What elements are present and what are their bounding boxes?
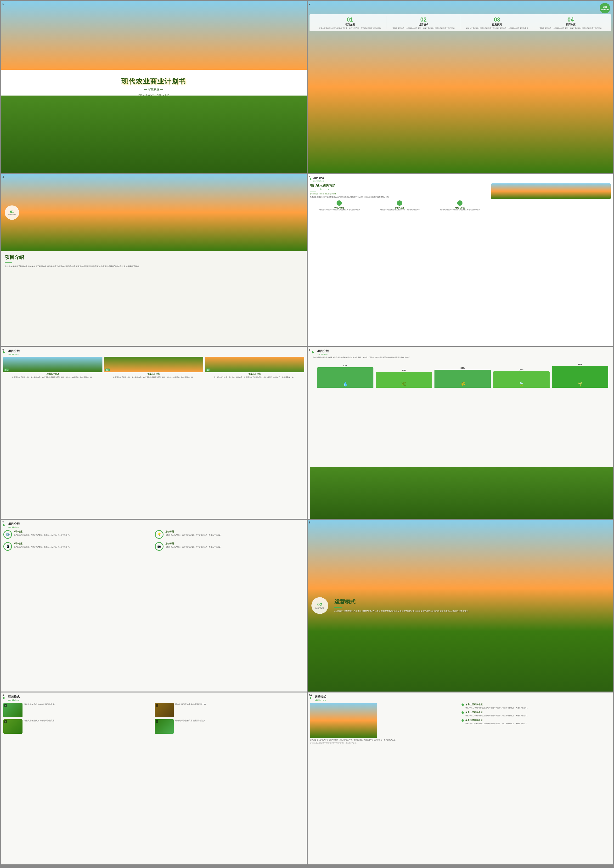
- slide5-img-1: 01: [3, 357, 102, 372]
- slide-number-6: 6: [309, 348, 310, 351]
- slide1-content: 现代农业商业计划书 — 智慧农业 — 汇报人: 道格办公 日期：x月x日: [1, 1, 307, 173]
- slide7-node-title-3: 添加标题: [14, 542, 71, 545]
- slide7-triangle-icon: [3, 524, 5, 526]
- slide3-container: 01 PART ONE 项目介绍 在此添加关键章节概述在此添加关键章节概述在此添…: [1, 174, 307, 346]
- slide6-triangle-icon: [312, 351, 314, 353]
- slide7-node-desc-2: 先告诉他人你的想法。再讲述你的解题。自下而上地思考，自上而下地表达。: [165, 534, 222, 536]
- slide6-img-bg: [310, 467, 613, 519]
- slide9-img-2: 2: [155, 703, 174, 717]
- slide10-item-desc-2: 请在此输入详细介绍的文字介绍内容简介和图示，表达富有的含义，表达富有的含义。: [465, 714, 529, 717]
- slide10-dot-3: [462, 719, 464, 722]
- slide6-bars: 92% 💧 76% 🌿 85% 🌾: [312, 361, 613, 388]
- slide10-img: [310, 703, 377, 738]
- slide8-circle: 02 PART TWO: [312, 597, 328, 614]
- slide-7: 7 项目介绍 add title here ⚙️: [1, 520, 307, 691]
- slide2-desc-3: 请输入文字内容，也可以粘贴相关文字，修改文字内容，也可以粘贴相关文字的字体: [460, 27, 533, 29]
- slide-4: 4 项目介绍 add title here 在此输入您的内容 b r o c h…: [308, 174, 613, 346]
- slide2-label-3: 盈利预测: [460, 23, 533, 26]
- slide4-icon-label-2: 请输入标题: [370, 207, 429, 209]
- slide-number-2: 2: [309, 2, 310, 5]
- slide3-top: 01 PART ONE: [1, 174, 307, 251]
- slide4-desc: 单击此处添加你的文本成着复制适合的内容粘贴到此以填充文本框，单击此处添加你的文本…: [310, 196, 489, 199]
- slide5-item-desc-2: 点击添加相关标题文字，修改文字内容，点击添加相关标题和图片文字，控制在200字以…: [104, 376, 203, 379]
- slide7-circle-2: 💡: [155, 530, 163, 539]
- slide4-icon-desc-3: 单击此处添加的文本复制粘贴相关文本框，单击此处添加的文本: [430, 209, 489, 211]
- slide2-label-2: 运营模式: [387, 23, 460, 26]
- slide4-icon-label-1: 请输入标题: [310, 207, 369, 209]
- slide5-title: 项目介绍: [8, 349, 20, 353]
- slide-8: 8 02 PART TWO 运营模式 在此添加关键章节概述在此添加关键章节概述在…: [308, 520, 613, 691]
- slide5-item-title-2: 标题文字添加: [104, 372, 203, 376]
- slide6-bar-5: 96% 🌱: [552, 363, 608, 388]
- slide10-list-item-2: 单击这里添加标题 请在此输入详细介绍的文字介绍内容简介和图示，表达富有的含义，表…: [462, 711, 611, 717]
- slide9-text-3: 请在此添加您的文本在此添加的文本: [24, 719, 153, 734]
- slide3-bottom: 项目介绍 在此添加关键章节概述在此添加关键章节概述在此添加关键章节概述在此添加关…: [1, 251, 307, 271]
- slide10-item-desc-3: 请在此输入详细介绍的文字介绍内容简介和图示，表达富有的含义，表达富有的含义。: [465, 722, 529, 725]
- slide-number-4: 4: [309, 175, 310, 178]
- slide4-triangle-icon: [310, 178, 312, 180]
- slide2-container: 目录 CONTENTS 01 项目介绍 请输入文字内容，也可以粘贴相关文字，修改…: [308, 1, 613, 173]
- slide7-node-desc-3: 先告诉他人你的想法。再讲述你的解题。自下而上地思考，自上而下地表达。: [14, 546, 71, 548]
- slide2-desc-2: 请输入文字内容，也可以粘贴相关文字，修改文字内容，也可以粘贴相关文字的字体: [387, 27, 460, 29]
- slide10-right: 单击这里添加标题 请在此输入详细介绍的文字介绍内容简介和图示，表达富有的含义，表…: [462, 703, 611, 738]
- slide6-desc: 单击此处添加你的文本成着复制适合的内容粘贴到此以填充文本框。单击此处添加的文本成…: [312, 356, 613, 359]
- slide4-icon-1: 请输入标题 单击此处添加你的文本复制粘贴相关文本框，单击此处添加的文本: [310, 200, 369, 211]
- slide9-item-3: 3 请在此添加您的文本在此添加的文本: [3, 719, 153, 734]
- slide7-node-desc-4: 先告诉他人你的想法。再讲述你的解题。自下而上地思考，自上而下地表达。: [165, 546, 222, 548]
- slide2-num-1: 01: [313, 16, 387, 23]
- slide6-bar-inner-5: 🌱: [552, 366, 608, 388]
- slide6-subtitle: add title here: [317, 353, 329, 356]
- slide5-triangle-icon: [3, 351, 5, 353]
- slide5-container: 项目介绍 add title here 01 标题文字添加 点击添加相关标题文字…: [1, 347, 307, 519]
- slide4-main-title: 在此输入您的内容: [310, 183, 489, 188]
- slide5-item-title-3: 标题文字添加: [205, 372, 304, 376]
- slide-number-8: 8: [309, 521, 310, 524]
- slide3-title-main: 项目介绍: [5, 254, 303, 261]
- slide10-item-title-2: 单击这里添加标题: [465, 711, 529, 714]
- slide5-col-3: 03 标题文字添加 点击添加相关标题文字，修改文字内容，点击添加相关标题和图片文…: [205, 357, 304, 379]
- slide5-item-desc-1: 点击添加相关标题文字，修改文字内容，点击添加相关标题和图片文字，控制在200字以…: [3, 376, 102, 379]
- slide4-body: 在此输入您的内容 b r o c h u r e green agricultu…: [310, 183, 611, 211]
- slide10-item-title-1: 单击这里添加标题: [465, 703, 529, 706]
- slide9-item-1: 1 请在此添加您的文本在此添加的文本: [3, 703, 153, 717]
- slide9-img-1: 1: [3, 703, 23, 717]
- slide2-num-4: 04: [534, 16, 607, 23]
- slide2-items: 01 项目介绍 请输入文字内容，也可以粘贴相关文字，修改文字内容，也可以粘贴相关…: [310, 14, 611, 31]
- slide9-triangle-icon: [3, 697, 5, 699]
- slide7-node-desc-1: 先告诉他人你的想法。再讲述你的解题。自下而上地思考，自上而下地表达。: [14, 534, 71, 536]
- slide7-grid: ⚙️ 添加标题 先告诉他人你的想法。再讲述你的解题。自下而上地思考，自上而下地表…: [3, 530, 304, 552]
- slide8-line: [334, 607, 341, 608]
- slide4-header: 项目介绍 add title here: [310, 176, 611, 182]
- slide6-bar-3: 85% 🌾: [434, 367, 491, 388]
- slide9-grid: 1 请在此添加您的文本在此添加的文本 2 请在此添加您的文本在此添加的文本: [3, 703, 304, 734]
- slide4-section-subtitle: add title here: [313, 180, 324, 182]
- slide7-node-title-4: 添加标题: [165, 542, 222, 545]
- slide6-bar-inner-2: 🌿: [376, 372, 432, 388]
- slide5-img-3: 03: [205, 357, 304, 372]
- slide-9: 9 运营模式 add title here 1 请在此添加您的文本在此添加的文本: [1, 693, 307, 865]
- slide7-node-title-1: 添加标题: [14, 530, 71, 533]
- slide4-right: [491, 183, 611, 211]
- slide2-item-1: 01 项目介绍 请输入文字内容，也可以粘贴相关文字，修改文字内容，也可以粘贴相关…: [313, 16, 387, 29]
- slide4-icon-2: 请输入标题 单击此处添加的文本复制粘贴相关文本框，单击此处添加的文本: [370, 200, 429, 211]
- slide4-icon-label-3: 请输入标题: [430, 207, 489, 209]
- slide9-subtitle: add title here: [8, 699, 20, 701]
- slide-1: 1 现代农业商业计划书 — 智慧农业 — 汇报人: 道格办公 日期：x月x日: [1, 1, 307, 173]
- slide8-section-title: 运营模式: [334, 598, 611, 605]
- slide-3: 3 01 PART ONE 项目介绍 在此添加关键章节概述在此添加关键章节概述在…: [1, 174, 307, 346]
- slide6-bar-1: 92% 💧: [317, 365, 374, 388]
- slide9-title: 运营模式: [8, 695, 20, 699]
- slide4-left: 在此输入您的内容 b r o c h u r e green agricultu…: [310, 183, 489, 211]
- slide5-item-title-1: 标题文字添加: [3, 372, 102, 376]
- slide10-dot-1: [462, 703, 464, 706]
- slide7-subtitle: add title here: [8, 526, 20, 528]
- slide2-item-4: 04 招商政策 请输入文字内容，也可以粘贴相关文字，修改文字内容，也可以粘贴相关…: [534, 16, 607, 29]
- slide2-label-4: 招商政策: [534, 23, 607, 26]
- slide5-images: 01 标题文字添加 点击添加相关标题文字，修改文字内容，点击添加相关标题和图片文…: [3, 357, 304, 379]
- slide2-num-2: 02: [387, 16, 460, 23]
- slide2-badge: 目录 CONTENTS: [600, 3, 610, 13]
- slide6-bar-inner-4: 🍃: [493, 371, 549, 388]
- slide10-item-desc-1: 请在此输入详细介绍的文字介绍内容简介和图示，表达富有的含义，表达富有的含义。: [465, 707, 529, 709]
- slide9-container: 运营模式 add title here 1 请在此添加您的文本在此添加的文本 2: [1, 693, 307, 865]
- slide4-green-line: [310, 191, 316, 192]
